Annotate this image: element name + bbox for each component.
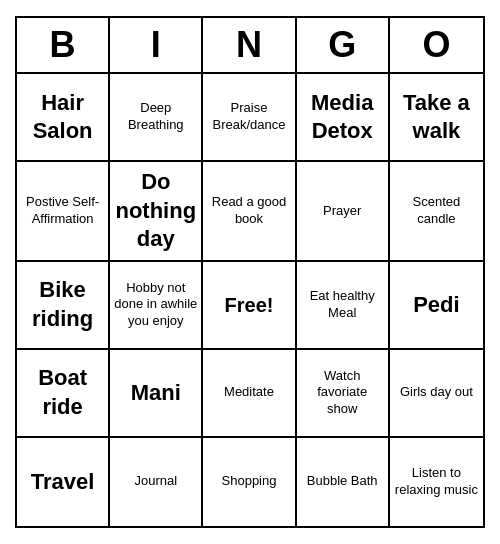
bingo-cell[interactable]: Free!: [203, 262, 296, 350]
bingo-cell[interactable]: Listen to relaxing music: [390, 438, 483, 526]
bingo-cell[interactable]: Take a walk: [390, 74, 483, 162]
bingo-cell[interactable]: Bubble Bath: [297, 438, 390, 526]
bingo-cell[interactable]: Hobby not done in awhile you enjoy: [110, 262, 203, 350]
bingo-cell[interactable]: Watch favoriate show: [297, 350, 390, 438]
bingo-cell[interactable]: Pedi: [390, 262, 483, 350]
header-letter: G: [297, 18, 390, 72]
bingo-cell[interactable]: Scented candle: [390, 162, 483, 262]
bingo-cell[interactable]: Travel: [17, 438, 110, 526]
bingo-cell[interactable]: Media Detox: [297, 74, 390, 162]
bingo-cell[interactable]: Postive Self-Affirmation: [17, 162, 110, 262]
bingo-cell[interactable]: Praise Break/dance: [203, 74, 296, 162]
bingo-header: BINGO: [17, 18, 483, 74]
bingo-cell[interactable]: Eat healthy Meal: [297, 262, 390, 350]
bingo-card: BINGO Hair SalonDeep BreathingPraise Bre…: [15, 16, 485, 528]
bingo-cell[interactable]: Girls day out: [390, 350, 483, 438]
bingo-cell[interactable]: Journal: [110, 438, 203, 526]
bingo-cell[interactable]: Hair Salon: [17, 74, 110, 162]
bingo-cell[interactable]: Read a good book: [203, 162, 296, 262]
bingo-cell[interactable]: Bike riding: [17, 262, 110, 350]
header-letter: O: [390, 18, 483, 72]
header-letter: B: [17, 18, 110, 72]
header-letter: N: [203, 18, 296, 72]
bingo-cell[interactable]: Boat ride: [17, 350, 110, 438]
bingo-cell[interactable]: Prayer: [297, 162, 390, 262]
bingo-cell[interactable]: Mani: [110, 350, 203, 438]
bingo-cell[interactable]: Do nothing day: [110, 162, 203, 262]
header-letter: I: [110, 18, 203, 72]
bingo-cell[interactable]: Meditate: [203, 350, 296, 438]
bingo-grid: Hair SalonDeep BreathingPraise Break/dan…: [17, 74, 483, 526]
bingo-cell[interactable]: Shopping: [203, 438, 296, 526]
bingo-cell[interactable]: Deep Breathing: [110, 74, 203, 162]
